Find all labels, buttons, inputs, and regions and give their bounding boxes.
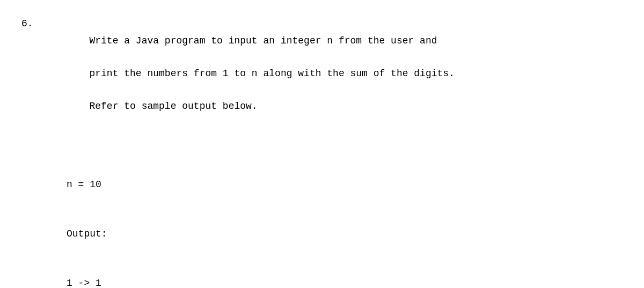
question-number: 6.	[21, 16, 43, 288]
question-text: Write a Java program to input an integer…	[43, 16, 623, 131]
question-line-2: print the numbers from 1 to n along with…	[89, 68, 455, 79]
page-container: 6. Write a Java program to input an inte…	[0, 0, 644, 288]
sample-line-3: 1 -> 1	[67, 275, 623, 288]
sample-line-1: n = 10	[67, 176, 623, 193]
question-line-1: Write a Java program to input an integer…	[89, 35, 437, 46]
question-block: 6. Write a Java program to input an inte…	[21, 16, 623, 288]
question-line-3: Refer to sample output below.	[89, 101, 257, 112]
question-body: Write a Java program to input an integer…	[43, 16, 623, 288]
sample-block: n = 10 Output: 1 -> 1 2 -> 2 . . . 10 ->…	[67, 144, 623, 288]
sample-line-2: Output:	[67, 226, 623, 242]
